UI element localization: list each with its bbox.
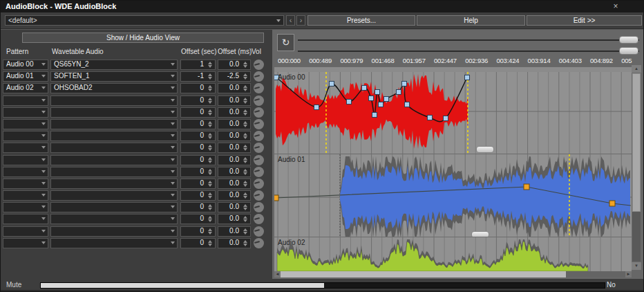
spin-down-icon[interactable] [208, 232, 212, 235]
zoom-slider-handle-2[interactable] [619, 47, 638, 55]
spinner-arrows-icon[interactable] [242, 73, 249, 80]
spinner-arrows-icon[interactable] [242, 215, 249, 223]
volume-knob[interactable] [254, 155, 264, 165]
spinner-arrows-icon[interactable] [242, 228, 249, 235]
envelope-point[interactable] [369, 96, 374, 101]
spinner-arrows-icon[interactable] [207, 84, 214, 92]
spin-up-icon[interactable] [243, 73, 247, 76]
spin-down-icon[interactable] [243, 244, 247, 246]
volume-knob[interactable] [254, 238, 264, 248]
envelope-point[interactable] [375, 90, 380, 95]
offset-ms-spinner[interactable]: 0.0 [218, 190, 251, 201]
spinner-arrows-icon[interactable] [207, 132, 214, 140]
spinner-arrows-icon[interactable] [207, 61, 214, 69]
track-audio-02[interactable]: Audio 02 [274, 237, 632, 271]
volume-knob[interactable] [254, 202, 264, 212]
wavetable-select[interactable] [50, 179, 178, 189]
show-hide-audio-view-button[interactable]: Show / Hide Audio View [22, 33, 264, 43]
scroll-left-icon[interactable]: ◄ [274, 271, 281, 277]
spin-down-icon[interactable] [208, 148, 212, 151]
offset-sec-spinner[interactable]: 0 [180, 214, 216, 224]
zoom-slider-track-2[interactable] [298, 51, 639, 52]
spin-up-icon[interactable] [243, 62, 247, 64]
spin-down-icon[interactable] [243, 232, 247, 235]
wavetable-select[interactable] [50, 143, 178, 153]
zoom-slider-handle-1[interactable] [619, 36, 638, 44]
help-button[interactable]: Help [417, 15, 525, 26]
pattern-select[interactable] [3, 202, 48, 212]
offset-sec-spinner[interactable]: 0 [180, 95, 216, 106]
spin-down-icon[interactable] [208, 89, 212, 91]
spin-down-icon[interactable] [208, 172, 212, 175]
spin-up-icon[interactable] [208, 240, 212, 243]
spinner-arrows-icon[interactable] [242, 192, 249, 199]
spin-down-icon[interactable] [243, 101, 247, 104]
volume-knob[interactable] [254, 119, 264, 129]
offset-ms-spinner[interactable]: 0.0 [218, 226, 251, 237]
volume-knob[interactable] [254, 131, 264, 141]
offset-sec-spinner[interactable]: 0 [180, 179, 216, 189]
offset-sec-spinner[interactable]: 0 [180, 83, 216, 93]
offset-sec-spinner[interactable]: 0 [180, 238, 216, 248]
envelope-point[interactable] [465, 75, 470, 80]
spinner-arrows-icon[interactable] [242, 156, 249, 164]
spin-down-icon[interactable] [243, 77, 247, 80]
spin-up-icon[interactable] [243, 204, 247, 207]
spin-down-icon[interactable] [243, 136, 247, 139]
track-zoom-handle[interactable] [476, 146, 494, 153]
spin-up-icon[interactable] [208, 121, 212, 124]
offset-sec-spinner[interactable]: 0 [180, 131, 216, 141]
envelope-point[interactable] [362, 86, 367, 91]
spinner-arrows-icon[interactable] [207, 97, 214, 104]
spin-up-icon[interactable] [208, 98, 212, 100]
offset-ms-spinner[interactable]: 0.0 [218, 143, 251, 153]
spin-down-icon[interactable] [208, 196, 212, 199]
offset-ms-spinner[interactable]: 0.0 [218, 107, 251, 118]
scroll-right-icon[interactable]: ► [625, 271, 632, 277]
spinner-arrows-icon[interactable] [242, 168, 249, 176]
spin-up-icon[interactable] [243, 98, 247, 100]
spinner-arrows-icon[interactable] [207, 228, 214, 235]
horizontal-scrollbar-thumb[interactable] [281, 271, 566, 277]
offset-ms-spinner[interactable]: -2.5 [218, 71, 251, 82]
horizontal-scrollbar[interactable]: ◄ ► [274, 271, 632, 277]
spinner-arrows-icon[interactable] [207, 156, 214, 164]
pattern-select[interactable] [3, 131, 48, 141]
spin-up-icon[interactable] [208, 157, 212, 160]
pattern-select[interactable]: Audio 02 [3, 83, 48, 93]
spin-up-icon[interactable] [243, 109, 247, 112]
offset-sec-spinner[interactable]: 0 [180, 119, 216, 129]
waveform-canvas[interactable] [274, 72, 632, 154]
spin-up-icon[interactable] [208, 145, 212, 147]
volume-knob[interactable] [254, 214, 264, 224]
pattern-select[interactable] [3, 238, 48, 248]
close-icon[interactable]: × [610, 1, 621, 11]
envelope-point[interactable] [379, 102, 383, 107]
volume-point[interactable] [524, 184, 529, 190]
spin-up-icon[interactable] [243, 133, 247, 136]
volume-knob[interactable] [254, 107, 264, 118]
spinner-arrows-icon[interactable] [242, 144, 249, 152]
volume-knob[interactable] [254, 179, 264, 189]
pattern-select[interactable] [3, 119, 48, 129]
spinner-arrows-icon[interactable] [207, 144, 214, 152]
spin-up-icon[interactable] [243, 157, 247, 160]
offset-sec-spinner[interactable]: 0 [180, 202, 216, 212]
spin-up-icon[interactable] [208, 109, 212, 112]
spin-up-icon[interactable] [208, 62, 212, 64]
scroll-down-icon[interactable]: ▼ [632, 262, 641, 270]
volume-knob[interactable] [254, 143, 264, 153]
offset-sec-spinner[interactable]: 0 [180, 107, 216, 118]
waveform-canvas[interactable] [274, 154, 632, 237]
wavetable-select[interactable] [50, 202, 178, 212]
track-audio-00[interactable]: Audio 00 [274, 72, 632, 154]
pattern-select[interactable]: Audio 01 [3, 71, 48, 82]
zoom-slider-track-1[interactable] [298, 39, 639, 41]
offset-sec-spinner[interactable]: -1 [180, 71, 216, 82]
mute-slider[interactable] [40, 282, 605, 289]
volume-knob[interactable] [254, 83, 264, 93]
spin-down-icon[interactable] [243, 184, 247, 187]
vertical-scrollbar-track[interactable] [632, 212, 641, 262]
spinner-arrows-icon[interactable] [242, 61, 249, 69]
volume-knob[interactable] [254, 226, 264, 237]
